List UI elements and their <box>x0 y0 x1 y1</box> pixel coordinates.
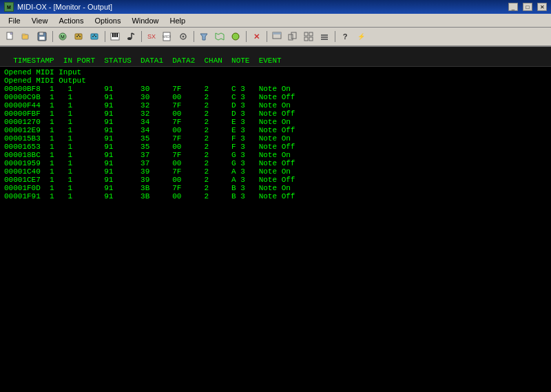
menu-file[interactable]: File <box>3 14 26 27</box>
table-row: 00001653 1 1 91 35 00 2 F 3 Note Off <box>4 143 547 151</box>
svg-rect-35 <box>309 32 313 36</box>
svg-rect-18 <box>114 33 116 37</box>
midi-file-button[interactable]: MIDI <box>160 29 175 44</box>
piano-button[interactable] <box>107 29 123 44</box>
window-btn-2[interactable] <box>285 29 300 44</box>
menu-actions[interactable]: Actions <box>53 14 89 27</box>
separator-3 <box>139 29 143 44</box>
sys-msg-2: Opened MIDI Output <box>4 76 547 85</box>
window-btn-1[interactable] <box>269 29 284 44</box>
table-row: 000015B3 1 1 91 35 7F 2 F 3 Note On <box>4 134 547 143</box>
app-icon: M <box>4 2 14 12</box>
table-row: 00001F91 1 1 91 3B 00 2 B 3 Note Off <box>4 192 547 200</box>
table-row: 000012E9 1 1 91 34 00 2 E 3 Note Off <box>4 126 547 134</box>
table-row: 00001270 1 1 91 34 7F 2 E 3 Note On <box>4 118 547 126</box>
map-button[interactable] <box>212 29 227 44</box>
table-row: 00001F0D 1 1 91 3B 7F 2 B 3 Note On <box>4 184 547 192</box>
separator-6 <box>264 29 269 44</box>
panic-button[interactable]: ✕ <box>249 29 264 44</box>
synth-button[interactable] <box>228 29 243 44</box>
note-button[interactable] <box>123 29 138 44</box>
help-button[interactable]: ? <box>337 29 353 44</box>
svg-rect-40 <box>321 39 328 40</box>
svg-marker-27 <box>200 34 207 40</box>
table-row: 00000C9B 1 1 91 30 00 2 C 3 Note Off <box>4 93 547 101</box>
svg-point-9 <box>76 36 78 37</box>
title-bar: M MIDI-OX - [Monitor - Output] _ □ ✕ <box>0 0 551 14</box>
svg-rect-38 <box>321 34 328 36</box>
separator-4 <box>191 29 196 44</box>
separator-5 <box>244 29 248 44</box>
midi-output-button[interactable] <box>87 29 102 44</box>
table-row: 000018BC 1 1 91 37 7F 2 G 3 Note On <box>4 151 547 159</box>
svg-text:MIDI: MIDI <box>163 34 171 39</box>
new-button[interactable] <box>3 29 18 44</box>
info-button[interactable]: ⚡ <box>353 29 368 44</box>
table-row: 00000BF8 1 1 91 30 7F 2 C 3 Note On <box>4 85 547 93</box>
svg-rect-39 <box>321 37 328 38</box>
svg-rect-33 <box>291 32 296 39</box>
separator-7 <box>333 29 337 44</box>
open-button[interactable] <box>19 29 34 44</box>
svg-point-10 <box>79 36 81 37</box>
bars-button[interactable] <box>317 29 332 44</box>
maximize-button[interactable]: □ <box>523 3 532 11</box>
table-row: 00001959 1 1 91 37 00 2 G 3 Note Off <box>4 159 547 167</box>
menu-view[interactable]: View <box>26 14 54 27</box>
svg-point-20 <box>127 37 132 40</box>
svg-rect-36 <box>304 37 308 41</box>
svg-rect-19 <box>116 33 118 37</box>
svg-rect-5 <box>39 37 45 40</box>
svg-point-26 <box>183 36 185 38</box>
svg-text:M: M <box>61 34 65 39</box>
table-row: 00001CE7 1 1 91 39 00 2 A 3 Note Off <box>4 176 547 184</box>
svg-marker-28 <box>216 33 224 40</box>
menu-options[interactable]: Options <box>89 14 126 27</box>
separator-2 <box>103 29 107 44</box>
close-button[interactable]: ✕ <box>537 3 547 11</box>
settings-button[interactable] <box>176 29 191 44</box>
menu-window[interactable]: Window <box>126 14 164 27</box>
toolbar: M SX MIDI ✕ ? <box>0 28 551 47</box>
menu-help[interactable]: Help <box>165 14 191 27</box>
table-row: 00000FBF 1 1 91 32 00 2 D 3 Note Off <box>4 110 547 118</box>
midi-input-button[interactable] <box>71 29 86 44</box>
header-text: TIMESTAMP IN PORT STATUS DATA1 DATA2 CHA… <box>13 56 281 65</box>
svg-point-13 <box>92 36 94 37</box>
table-row: 00000F44 1 1 91 32 7F 2 D 3 Note On <box>4 101 547 110</box>
svg-rect-32 <box>289 34 293 40</box>
connect-midi-button[interactable]: M <box>55 29 70 44</box>
svg-rect-37 <box>309 37 313 41</box>
svg-point-29 <box>232 33 239 40</box>
menu-bar: File View Actions Options Window Help <box>0 14 551 28</box>
svg-point-15 <box>94 34 95 36</box>
separator-1 <box>50 29 54 44</box>
table-row: 00001C40 1 1 91 39 7F 2 A 3 Note On <box>4 167 547 176</box>
svg-rect-31 <box>273 32 281 34</box>
svg-point-14 <box>95 36 96 37</box>
svg-rect-4 <box>39 32 43 35</box>
monitor-output[interactable]: Opened MIDI Input Opened MIDI Output 000… <box>0 67 551 392</box>
sys-msg-1: Opened MIDI Input <box>4 68 547 76</box>
title-text: MIDI-OX - [Monitor - Output] <box>17 3 112 11</box>
column-header: TIMESTAMP IN PORT STATUS DATA1 DATA2 CHA… <box>0 47 551 67</box>
save-button[interactable] <box>34 29 50 44</box>
minimize-button[interactable]: _ <box>508 3 518 11</box>
svg-point-11 <box>78 34 79 36</box>
grid-button[interactable] <box>301 29 316 44</box>
svg-rect-2 <box>22 34 25 35</box>
svg-rect-17 <box>112 33 114 37</box>
send-sysex-button[interactable]: SX <box>144 29 159 44</box>
filter-button[interactable] <box>196 29 211 44</box>
svg-rect-34 <box>304 32 308 36</box>
